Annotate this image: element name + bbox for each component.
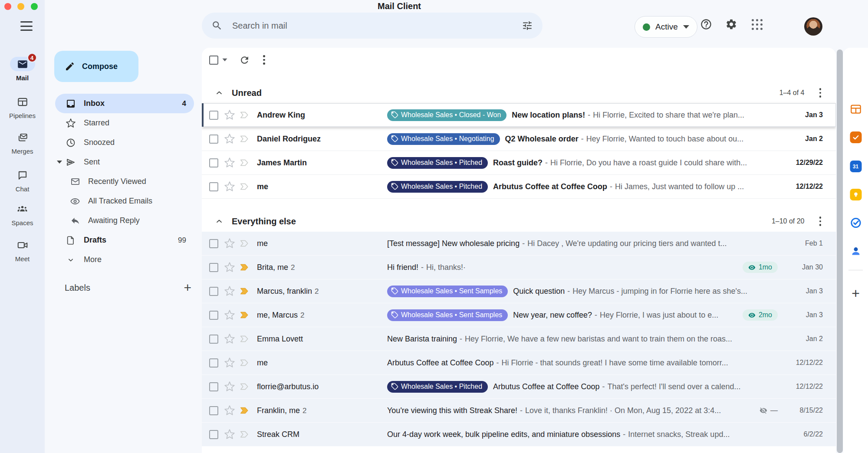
more-options-icon[interactable] [261,53,267,66]
pipeline-badge[interactable]: Wholesale Sales • Sent Samples [387,286,508,297]
row-checkbox[interactable] [209,263,218,272]
email-row[interactable]: Andrew King Wholesale Sales • Closed - W… [202,103,836,127]
sidebar-item-all-tracked-emails[interactable]: All Tracked Emails [55,191,194,211]
importance-marker-icon[interactable] [239,310,250,320]
star-icon[interactable] [224,381,235,392]
star-icon[interactable] [224,333,235,345]
pipeline-badge[interactable]: Wholesale Sales • Pitched [387,181,488,193]
star-icon[interactable] [224,429,235,440]
row-checkbox[interactable] [209,406,218,415]
star-icon[interactable] [224,238,235,249]
importance-marker-icon[interactable] [239,239,250,248]
star-icon[interactable] [224,405,235,416]
sidebar-item-drafts[interactable]: Drafts 99 [55,230,194,250]
select-dropdown-icon[interactable] [222,59,227,61]
star-icon[interactable] [224,262,235,273]
calendar-icon[interactable]: 31 [850,161,861,172]
pipeline-badge[interactable]: Wholesale Sales • Pitched [387,157,488,169]
row-checkbox[interactable] [209,287,218,296]
collapse-sent-icon[interactable] [57,161,62,164]
pipeline-badge[interactable]: Wholesale Sales • Negotiating [387,133,500,145]
importance-marker-icon[interactable] [239,406,250,415]
star-icon[interactable] [224,157,235,168]
rail-item-meet[interactable]: Meet [0,238,45,263]
rail-item-spaces[interactable]: Spaces [0,202,45,226]
row-checkbox[interactable] [209,182,218,191]
search-options-icon[interactable] [522,20,533,31]
collapse-section-icon[interactable] [215,89,224,97]
email-row[interactable]: Emma Lovett New Barista training - Hey F… [202,327,836,351]
list-scrollbar[interactable] [837,49,843,453]
row-checkbox[interactable] [209,239,218,248]
row-checkbox[interactable] [209,311,218,320]
settings-gear-icon[interactable] [725,18,737,30]
maximize-window-button[interactable] [31,3,38,10]
email-row[interactable]: Marcus, franklin2 Wholesale Sales • Sent… [202,279,836,303]
importance-marker-icon[interactable] [239,430,250,439]
star-icon[interactable] [224,357,235,368]
sidebar-item-snoozed[interactable]: Snoozed [55,133,194,152]
email-row[interactable]: me [Test message] New wholesale pricing … [202,232,836,256]
star-icon[interactable] [224,286,235,297]
help-icon[interactable] [700,18,712,30]
collapse-section-icon[interactable] [215,217,224,226]
importance-marker-icon[interactable] [239,263,250,272]
sidebar-item-more[interactable]: More [55,250,194,269]
row-checkbox[interactable] [209,335,218,344]
sidebar-item-awaiting-reply[interactable]: Awaiting Reply [55,211,194,230]
select-all-checkbox[interactable] [209,56,218,65]
sidebar-item-starred[interactable]: Starred [55,113,194,133]
email-row[interactable]: me, Marcus2 Wholesale Sales • Sent Sampl… [202,303,836,327]
tasks-icon[interactable] [850,217,861,229]
search-bar[interactable]: Search in mail [202,13,542,39]
rail-item-mail[interactable]: 4 Mail [0,57,45,82]
star-icon[interactable] [224,181,235,192]
status-dropdown[interactable]: Active [635,16,697,38]
add-label-button[interactable]: + [184,282,191,293]
pipeline-badge[interactable]: Wholesale Sales • Closed - Won [387,109,506,121]
importance-marker-icon[interactable] [239,286,250,296]
importance-marker-icon[interactable] [239,382,250,391]
streak-mail-icon[interactable] [850,131,861,143]
sidebar-item-sent[interactable]: Sent [55,152,194,172]
row-checkbox[interactable] [209,158,218,167]
importance-marker-icon[interactable] [239,358,250,368]
email-row[interactable]: Brita, me2 Hi friend! - Hi, thanks!· 1mo… [202,256,836,279]
importance-marker-icon[interactable] [239,158,250,167]
email-row[interactable]: Streak CRM Our 4-day work week, bulk pip… [202,423,836,446]
search-input[interactable]: Search in mail [232,21,522,31]
email-row[interactable]: Franklin, me2 You're viewing this with S… [202,399,836,423]
email-row[interactable]: James Martin Wholesale Sales • Pitched R… [202,151,836,175]
account-avatar[interactable] [804,17,822,36]
contacts-icon[interactable] [850,245,861,257]
close-window-button[interactable] [4,3,11,10]
sidebar-item-inbox[interactable]: Inbox 4 [55,94,194,113]
star-icon[interactable] [224,133,235,144]
sidebar-item-recently-viewed[interactable]: Recently Viewed [55,172,194,191]
importance-marker-icon[interactable] [239,110,250,120]
pipeline-badge[interactable]: Wholesale Sales • Sent Samples [387,309,508,321]
importance-marker-icon[interactable] [239,182,250,191]
email-row[interactable]: Daniel Rodriguez Wholesale Sales • Negot… [202,127,836,151]
importance-marker-icon[interactable] [239,134,250,144]
row-checkbox[interactable] [209,135,218,144]
google-apps-icon[interactable] [752,19,763,30]
streak-pipelines-icon[interactable] [850,103,861,115]
row-checkbox[interactable] [209,382,218,391]
get-addons-button[interactable]: + [852,286,860,300]
row-checkbox[interactable] [209,430,218,439]
rail-item-pipelines[interactable]: Pipelines [0,95,45,119]
keep-icon[interactable] [850,189,861,200]
rail-item-merges[interactable]: Merges [0,130,45,155]
rail-item-chat[interactable]: Chat [0,168,45,193]
minimize-window-button[interactable] [17,3,24,10]
importance-marker-icon[interactable] [239,334,250,344]
section-menu-icon[interactable] [818,86,823,99]
section-menu-icon[interactable] [818,215,823,228]
main-menu-icon[interactable] [20,21,33,31]
star-icon[interactable] [224,109,235,121]
email-row[interactable]: me Wholesale Sales • Pitched Arbutus Cof… [202,175,836,199]
row-checkbox[interactable] [209,111,218,120]
star-icon[interactable] [224,309,235,321]
compose-button[interactable]: Compose [54,51,138,82]
